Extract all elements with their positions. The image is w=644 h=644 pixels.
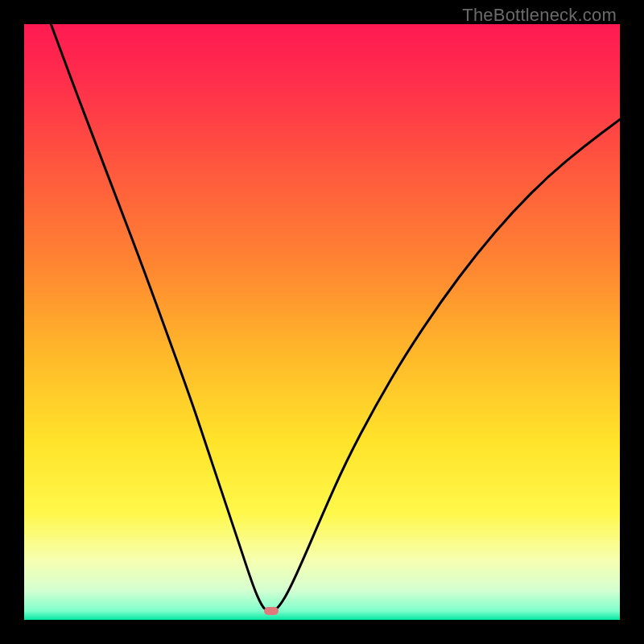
watermark-text: TheBottleneck.com (462, 5, 617, 26)
figure: TheBottleneck.com (0, 0, 644, 644)
plot-area (24, 24, 620, 620)
optimal-point-marker (264, 607, 279, 615)
bottleneck-curve (24, 24, 620, 620)
